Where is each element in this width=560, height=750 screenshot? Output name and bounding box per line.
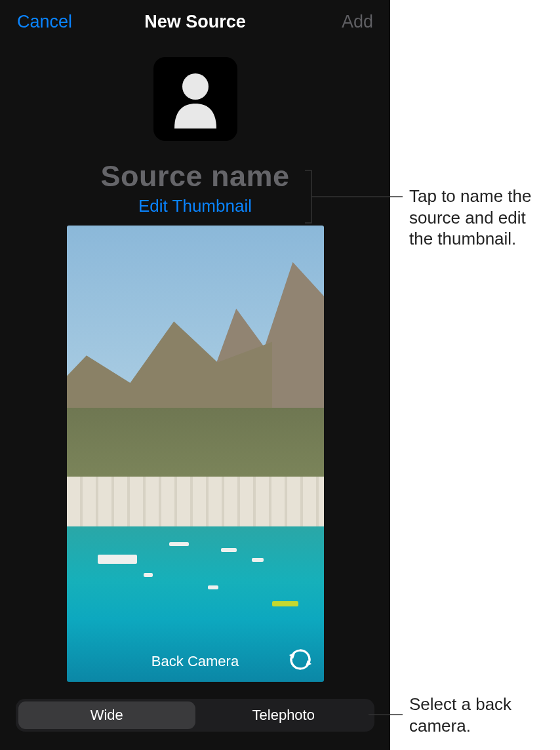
svg-point-0 [182, 73, 209, 100]
flip-camera-button[interactable] [286, 645, 315, 674]
camera-preview[interactable]: Back Camera [67, 226, 324, 682]
avatar-thumbnail[interactable] [153, 57, 237, 141]
segment-wide[interactable]: Wide [18, 701, 195, 729]
flip-camera-icon [286, 645, 315, 674]
camera-lens-segmented-control[interactable]: Wide Telephoto [16, 699, 374, 732]
person-icon [169, 69, 222, 128]
source-name-input[interactable]: Source name [0, 159, 390, 193]
edit-thumbnail-button[interactable]: Edit Thumbnail [0, 196, 390, 216]
avatar-container [0, 57, 390, 141]
callout-select-camera: Select a back camera. [409, 694, 553, 736]
callout-name-source: Tap to name the source and edit the thum… [409, 186, 553, 250]
segment-telephoto[interactable]: Telephoto [195, 701, 372, 729]
camera-preview-container: Back Camera [0, 226, 390, 682]
nav-bar: Cancel New Source Add [0, 0, 390, 32]
page-title: New Source [144, 12, 246, 32]
phone-panel: Cancel New Source Add Source name Edit T… [0, 0, 390, 750]
add-button[interactable]: Add [342, 12, 373, 32]
cancel-button[interactable]: Cancel [17, 12, 72, 32]
